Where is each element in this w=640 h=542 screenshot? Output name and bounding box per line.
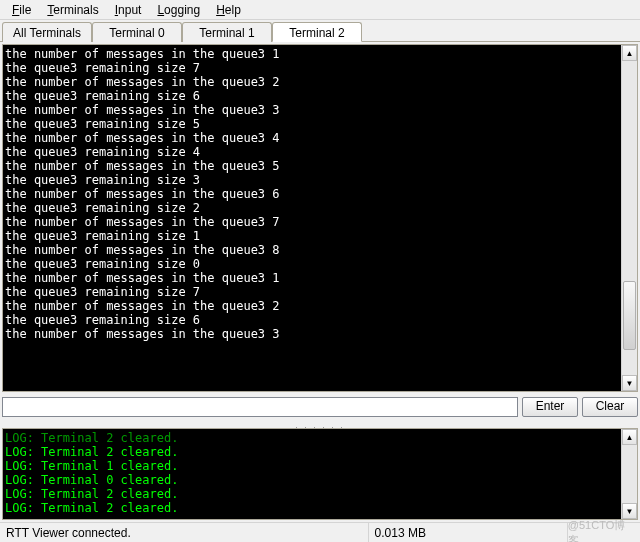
- watermark: @51CTO博客: [568, 518, 640, 543]
- log-output[interactable]: LOG: Terminal 2 cleared. LOG: Terminal 2…: [3, 429, 621, 519]
- log-line: LOG: Terminal 2 cleared.: [5, 501, 178, 515]
- log-output-wrap: LOG: Terminal 2 cleared. LOG: Terminal 2…: [2, 428, 638, 520]
- tab-terminal-2[interactable]: Terminal 2: [272, 22, 362, 42]
- input-row: Enter Clear: [0, 394, 640, 420]
- tab-terminal-0[interactable]: Terminal 0: [92, 22, 182, 42]
- menu-input[interactable]: Input: [107, 1, 150, 19]
- menu-logging[interactable]: Logging: [149, 1, 208, 19]
- terminal-scrollbar[interactable]: ▲ ▼: [621, 45, 637, 391]
- log-line: LOG: Terminal 2 cleared.: [5, 431, 178, 445]
- enter-button[interactable]: Enter: [522, 397, 578, 417]
- tab-terminal-1[interactable]: Terminal 1: [182, 22, 272, 42]
- scroll-down-icon[interactable]: ▼: [622, 375, 637, 391]
- tab-bar: All Terminals Terminal 0 Terminal 1 Term…: [0, 20, 640, 42]
- scroll-up-icon[interactable]: ▲: [622, 429, 637, 445]
- status-bar: RTT Viewer connected. 0.013 MB @51CTO博客: [0, 522, 640, 542]
- scroll-up-icon[interactable]: ▲: [622, 45, 637, 61]
- terminal-output-wrap: the number of messages in the queue3 1 t…: [2, 44, 638, 392]
- log-line: LOG: Terminal 2 cleared.: [5, 445, 178, 459]
- menu-terminals[interactable]: Terminals: [39, 1, 106, 19]
- terminal-output[interactable]: the number of messages in the queue3 1 t…: [3, 45, 621, 391]
- scroll-thumb[interactable]: [623, 281, 636, 350]
- menu-help[interactable]: Help: [208, 1, 249, 19]
- clear-button[interactable]: Clear: [582, 397, 638, 417]
- log-scrollbar[interactable]: ▲ ▼: [621, 429, 637, 519]
- menu-file[interactable]: File: [4, 1, 39, 19]
- scroll-track[interactable]: [622, 61, 637, 375]
- pane-splitter[interactable]: . . . . . .: [0, 420, 640, 428]
- scroll-track[interactable]: [622, 445, 637, 503]
- tab-all-terminals[interactable]: All Terminals: [2, 22, 92, 42]
- log-line: LOG: Terminal 2 cleared.: [5, 487, 178, 501]
- menubar: File Terminals Input Logging Help: [0, 0, 640, 20]
- command-input[interactable]: [2, 397, 518, 417]
- status-connection: RTT Viewer connected.: [0, 523, 369, 542]
- log-line: LOG: Terminal 1 cleared.: [5, 459, 178, 473]
- log-line: LOG: Terminal 0 cleared.: [5, 473, 178, 487]
- status-bytes: 0.013 MB: [369, 523, 568, 542]
